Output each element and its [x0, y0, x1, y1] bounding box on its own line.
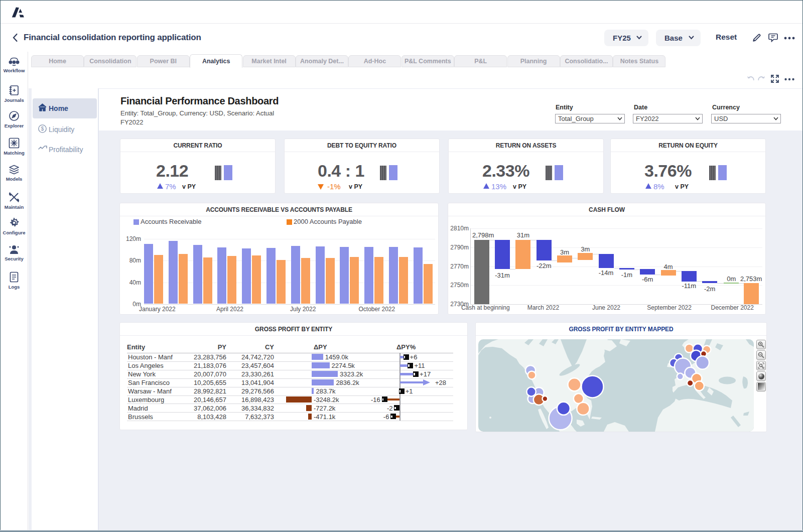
svg-text:$: $ [41, 125, 44, 131]
